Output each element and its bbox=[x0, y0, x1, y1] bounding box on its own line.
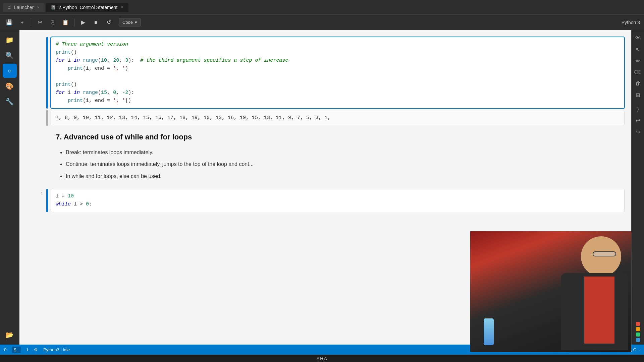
tab-launcher[interactable]: 🗋 Launcher × bbox=[3, 3, 45, 12]
right-icon-eraser[interactable]: ⌫ bbox=[633, 67, 643, 77]
right-icon-trash[interactable]: 🗑 bbox=[633, 78, 643, 88]
status-gear[interactable]: ⚙ bbox=[34, 347, 38, 352]
toolbar: 💾 + ✂ ⎘ 📋 ▶ ■ ↺ Code ▾ Python 3 bbox=[0, 15, 644, 30]
right-icon-pen[interactable]: ✏ bbox=[633, 56, 643, 66]
markdown-body: 7. Advanced use of while and for loops B… bbox=[56, 131, 620, 181]
color-orange[interactable] bbox=[636, 327, 640, 331]
cell-code-content-2[interactable]: l = 10 while l > 0: bbox=[51, 189, 625, 212]
cell-bar-2 bbox=[46, 189, 48, 212]
water-bottle bbox=[484, 318, 494, 345]
tab-notebook-close[interactable]: × bbox=[120, 5, 124, 10]
tab-launcher-icon: 🗋 bbox=[7, 5, 11, 10]
status-terminal[interactable]: $_ bbox=[12, 347, 20, 353]
output-text-1: 7, 8, 9, 10, 11, 12, 13, 14, 15, 16, 17,… bbox=[56, 114, 620, 122]
cut-button[interactable]: ✂ bbox=[35, 17, 45, 28]
right-icon-collapse[interactable]: ⟩ bbox=[633, 104, 643, 114]
tab-notebook-icon: 📓 bbox=[51, 5, 56, 10]
webcam-overlay bbox=[470, 231, 631, 352]
right-icon-eye[interactable]: 👁 bbox=[633, 33, 643, 43]
status-zero: 0 bbox=[4, 347, 6, 352]
cell-type-chevron: ▾ bbox=[135, 20, 137, 25]
tab-notebook[interactable]: 📓 2.Python_Control Statement × bbox=[46, 3, 128, 12]
status-kernel: Python3 | Idle bbox=[43, 347, 70, 352]
paste-button[interactable]: 📋 bbox=[60, 17, 71, 28]
cell-number-2: 1 bbox=[26, 189, 46, 212]
right-toolbar: 👁 ↖ ✏ ⌫ 🗑 ⊞ ⟩ ↩ ↪ bbox=[631, 30, 644, 345]
status-one: 1 bbox=[26, 347, 29, 352]
markdown-cell-1: 7. Advanced use of while and for loops B… bbox=[26, 127, 625, 188]
color-red[interactable] bbox=[636, 322, 640, 326]
output-number-1 bbox=[26, 110, 46, 126]
bullet-1: Break: terminates loops immediately. bbox=[66, 148, 620, 157]
stop-button[interactable]: ■ bbox=[91, 17, 101, 28]
right-icon-redo[interactable]: ↪ bbox=[633, 127, 643, 137]
code-cell-1: # Three argument version print() for i i… bbox=[26, 37, 625, 109]
tab-notebook-label: 2.Python_Control Statement bbox=[58, 5, 117, 10]
cell-type-dropdown[interactable]: Code ▾ bbox=[119, 18, 141, 26]
webcam-feed bbox=[470, 231, 631, 352]
copy-button[interactable]: ⎘ bbox=[47, 17, 58, 28]
right-icon-table[interactable]: ⊞ bbox=[633, 90, 643, 100]
person-shirt bbox=[584, 277, 614, 344]
bullet-list: Break: terminates loops immediately. Con… bbox=[56, 148, 620, 181]
bullet-3: In while and for loops, else can be used… bbox=[66, 172, 620, 181]
output-bar-1 bbox=[46, 110, 48, 126]
section-heading: 7. Advanced use of while and for loops bbox=[56, 131, 620, 143]
tab-launcher-close[interactable]: × bbox=[36, 5, 40, 10]
bullet-2: Continue: terminates loops immediately, … bbox=[66, 160, 620, 169]
code-cell-2: 1 l = 10 while l > 0: bbox=[26, 189, 625, 212]
aha-label: AHA bbox=[317, 356, 328, 361]
add-cell-button[interactable]: + bbox=[17, 17, 28, 28]
code-block-1: # Three argument version print() for i i… bbox=[56, 41, 620, 105]
sidebar-icon-palette[interactable]: 🎨 bbox=[3, 79, 17, 93]
markdown-content-1: 7. Advanced use of while and for loops B… bbox=[51, 127, 625, 188]
code-block-2: l = 10 while l > 0: bbox=[56, 192, 620, 208]
save-button[interactable]: 💾 bbox=[4, 17, 15, 28]
sidebar-icon-files[interactable]: 📁 bbox=[3, 33, 17, 47]
cell-code-content-1[interactable]: # Three argument version print() for i i… bbox=[51, 37, 625, 109]
run-button[interactable]: ▶ bbox=[78, 17, 89, 28]
glasses bbox=[593, 251, 616, 256]
cell-bar-1 bbox=[46, 37, 48, 109]
markdown-number bbox=[26, 127, 46, 188]
sidebar-icon-tools[interactable]: 🔧 bbox=[3, 95, 17, 109]
kernel-label: Python 3 bbox=[622, 20, 640, 25]
sidebar-icon-folder[interactable]: 📂 bbox=[3, 328, 17, 342]
restart-button[interactable]: ↺ bbox=[103, 17, 114, 28]
right-toolbar-bottom bbox=[636, 322, 640, 342]
left-sidebar: 📁 🔍 ○ 🎨 🔧 📂 bbox=[0, 30, 19, 345]
sidebar-icon-search[interactable]: 🔍 bbox=[3, 48, 17, 62]
output-cell-1: 7, 8, 9, 10, 11, 12, 13, 14, 15, 16, 17,… bbox=[26, 110, 625, 126]
color-green[interactable] bbox=[636, 333, 640, 337]
tab-bar: 🗋 Launcher × 📓 2.Python_Control Statemen… bbox=[0, 0, 644, 15]
person-head bbox=[581, 236, 621, 277]
right-icon-undo[interactable]: ↩ bbox=[633, 115, 643, 125]
toolbar-sep-2 bbox=[74, 18, 74, 26]
tab-launcher-label: Launcher bbox=[14, 5, 34, 10]
toolbar-sep-1 bbox=[31, 18, 31, 26]
cell-number-1 bbox=[26, 37, 46, 109]
cell-type-label: Code bbox=[122, 20, 133, 25]
bottom-bar: AHA bbox=[0, 355, 644, 362]
sidebar-icon-active[interactable]: ○ bbox=[3, 64, 17, 78]
color-blue[interactable] bbox=[636, 338, 640, 342]
markdown-bar bbox=[46, 127, 48, 188]
output-content-1: 7, 8, 9, 10, 11, 12, 13, 14, 15, 16, 17,… bbox=[51, 110, 625, 126]
right-icon-cursor[interactable]: ↖ bbox=[633, 44, 643, 54]
